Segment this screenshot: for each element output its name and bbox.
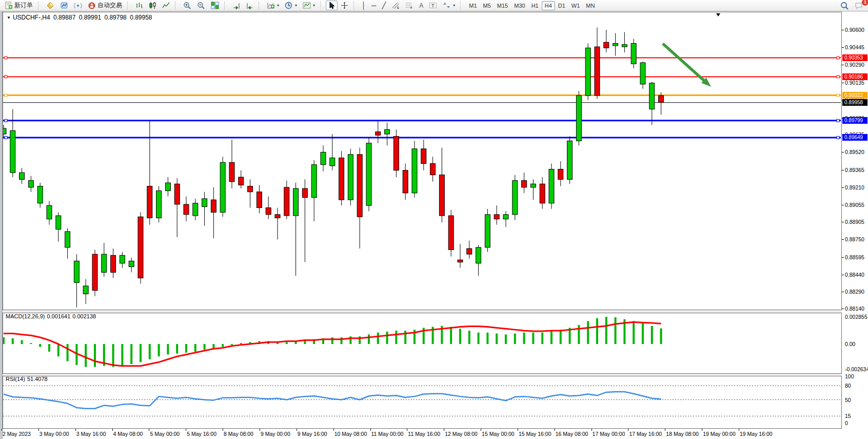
chart-title[interactable]: ▼USDCHF-,H4 0.89887 0.89991 0.89798 0.89… — [7, 14, 154, 21]
timeframe-button-w1[interactable]: W1 — [568, 1, 583, 10]
macd-histogram-bar — [204, 344, 206, 350]
price-tick — [842, 222, 844, 222]
one-click-toggle-icon[interactable]: ▼ — [7, 15, 11, 20]
horizontal-line-icon: ─ — [371, 2, 376, 9]
crosshair-tool-button[interactable] — [338, 1, 351, 10]
macd-histogram-bar — [496, 334, 498, 344]
macd-histogram-bar — [486, 333, 488, 344]
macd-axis-max: 0.002855 — [845, 314, 867, 320]
indicators-button[interactable]: ▾ — [264, 1, 282, 10]
templates-button[interactable]: ▾ — [300, 1, 318, 10]
macd-histogram-bar — [478, 333, 480, 344]
bull-candle — [366, 143, 371, 205]
timeframe-button-d1[interactable]: D1 — [555, 1, 568, 10]
time-tick — [38, 429, 39, 431]
timeframe-button-m15[interactable]: M15 — [494, 1, 511, 10]
line-endpoint-handle — [5, 56, 7, 59]
macd-histogram-bar — [578, 325, 580, 344]
macd-histogram-bar — [331, 337, 333, 344]
tile-windows-icon — [211, 2, 219, 9]
bull-candle — [549, 169, 554, 203]
arrows-tool[interactable]: ▾ — [440, 1, 458, 10]
macd-axis-min: -0.002634 — [845, 366, 868, 372]
level-price-badge: 0.90022 — [842, 92, 867, 99]
signal-button[interactable] — [71, 1, 85, 10]
axis-border — [3, 428, 842, 429]
chevron-down-icon: ▾ — [453, 3, 455, 8]
price-tick — [842, 292, 844, 292]
macd-histogram-bar — [377, 333, 379, 344]
new-order-label: 新订单 — [14, 1, 33, 10]
vertical-line-tool[interactable]: │ — [359, 1, 368, 10]
bear-candle — [174, 184, 180, 204]
periods-button[interactable]: ▾ — [282, 1, 300, 10]
line-endpoint-handle — [837, 136, 839, 139]
bull-candle — [28, 181, 33, 187]
search-icon — [840, 2, 849, 10]
styler-button[interactable] — [44, 1, 57, 10]
bear-candle — [522, 181, 527, 187]
bear-candle — [494, 215, 499, 219]
zoom-out-button[interactable] — [194, 1, 208, 10]
time-tick — [75, 429, 76, 431]
macd-histogram-bar — [39, 344, 41, 347]
timeframe-button-m5[interactable]: M5 — [480, 1, 494, 10]
text-tool[interactable]: A — [417, 1, 426, 10]
time-tick — [223, 429, 223, 431]
trendline-tool[interactable]: ╱ — [379, 1, 388, 10]
bull-candle — [348, 155, 353, 200]
auto-scroll-button[interactable] — [230, 1, 243, 10]
new-order-button[interactable]: 新订单 — [2, 1, 35, 10]
timeframe-button-m1[interactable]: M1 — [466, 1, 480, 10]
trendline-icon: ╱ — [382, 2, 386, 9]
time-axis-label: 4 May 08:00 — [113, 431, 143, 437]
pane-splitter[interactable] — [3, 373, 842, 376]
macd-indicator-label: MACD(12,26,9)0.0016410.002138 — [6, 313, 98, 319]
macd-histogram-bar — [605, 317, 607, 344]
macd-histogram-bar — [140, 344, 142, 362]
depth-of-market-button[interactable] — [57, 1, 71, 10]
timeframe-button-mn[interactable]: MN — [583, 1, 598, 10]
macd-histogram-bar — [532, 333, 534, 344]
tile-windows-button[interactable] — [208, 1, 222, 10]
equidistant-channel-tool[interactable]: E — [389, 1, 402, 10]
timeframe-button-h1[interactable]: H1 — [528, 1, 542, 10]
search-button[interactable] — [838, 1, 852, 10]
notification-badge: 1 — [862, 0, 868, 6]
macd-histogram-bar — [541, 333, 543, 344]
text-label-tool[interactable]: T — [426, 1, 440, 10]
auto-trading-button[interactable]: 自动交易 — [85, 1, 125, 10]
notifications-button[interactable]: 1 — [852, 1, 866, 10]
price-axis-label: 0.89055 — [845, 202, 864, 208]
price-tick — [842, 239, 844, 240]
time-axis-label: 18 May 08:00 — [666, 431, 699, 437]
timeframe-button-m30[interactable]: M30 — [511, 1, 528, 10]
rsi-indicator-label: RSI(14)51.4078 — [6, 376, 50, 382]
time-tick — [702, 429, 702, 431]
macd-histogram-bar — [341, 337, 343, 344]
price-tick — [842, 309, 844, 309]
template-icon — [303, 2, 311, 9]
toolbar-separator — [259, 2, 262, 10]
pane-splitter[interactable] — [3, 310, 842, 313]
symbol-period: USDCHF-,H4 — [13, 14, 50, 21]
toolbar-separator — [353, 2, 357, 10]
timeframe-group: M1M5M15M30H1H4D1W1MN — [466, 1, 598, 10]
quote-low: 0.89798 — [104, 14, 126, 21]
line-chart-button[interactable] — [160, 1, 172, 10]
candlestick-chart-button[interactable] — [146, 1, 159, 10]
chart-shift-button[interactable] — [243, 1, 256, 10]
cursor-tool-button[interactable] — [326, 1, 338, 10]
toolbar-separator — [127, 2, 131, 10]
time-tick — [297, 429, 297, 431]
timeframe-button-h4[interactable]: H4 — [542, 1, 555, 10]
bear-candle — [448, 216, 453, 250]
horizontal-line-tool[interactable]: ─ — [369, 1, 379, 10]
line-endpoint-handle — [837, 56, 839, 59]
fibonacci-tool[interactable]: F — [403, 1, 416, 10]
macd-histogram-bar — [158, 344, 160, 356]
zoom-in-button[interactable] — [181, 1, 194, 10]
price-tick — [842, 187, 844, 188]
bar-chart-button[interactable] — [133, 1, 146, 10]
time-tick — [370, 429, 371, 431]
